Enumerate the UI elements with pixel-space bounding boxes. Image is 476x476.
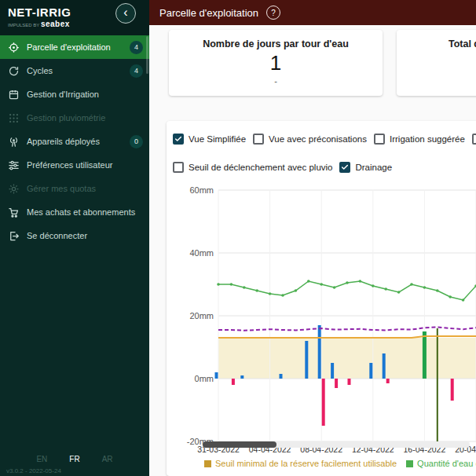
sidebar-item-se-deconnecter[interactable]: Se déconnecter <box>0 224 149 247</box>
chart-scrollbar[interactable] <box>203 441 470 448</box>
y-tick-label: 40mm <box>189 248 214 258</box>
line-marker <box>243 286 246 289</box>
sidebar-scrollbar[interactable] <box>146 36 148 74</box>
checkbox-evapotranspiration[interactable]: Évapotranspiration <box>472 134 476 145</box>
checkbox-label: Irrigation suggérée <box>390 134 465 144</box>
chart-svg: 60mm40mm20mm0mm-20mm31-03-202204-04-2022… <box>173 187 476 457</box>
sidebar-item-label: Se déconnecter <box>27 231 143 240</box>
sidebar-brand: NET-IRRIG IMPULSED BY seabex ‹ <box>0 0 149 35</box>
bar-barres-bleues <box>240 375 243 379</box>
sidebar-item-appareils-deployes[interactable]: Appareils déployés0 <box>0 130 149 153</box>
bar-barres-bleues <box>318 325 321 379</box>
checkbox-box[interactable] <box>253 134 264 145</box>
filter-row-1: Vue SimplifiéeVue avec préconisationsIrr… <box>173 132 476 146</box>
card-title: Total des Précipitations <box>397 38 476 49</box>
line-marker <box>410 283 413 286</box>
cycles-icon <box>8 65 20 77</box>
logout-icon <box>8 230 20 242</box>
chart-panel: Vue SimplifiéeVue avec préconisationsIrr… <box>167 121 476 476</box>
brand-tagline-seabex: seabex <box>41 20 70 28</box>
target-icon <box>8 42 20 53</box>
help-icon[interactable]: ? <box>266 5 280 20</box>
page-title: Parcelle d'exploitation <box>159 7 258 19</box>
sidebar-menu: Parcelle d'exploitation4Cycles4Gestion d… <box>0 35 149 247</box>
stat-card-total-des-precipitations: Total des Précipitations80.0- <box>397 30 476 96</box>
checkbox-label: Vue Simplifiée <box>189 134 246 144</box>
line-marker <box>397 291 401 294</box>
line-marker <box>281 294 284 297</box>
card-sub: - <box>397 76 476 86</box>
sidebar-item-preferences-utilisateur[interactable]: Préférences utilisateur <box>0 153 149 177</box>
line-marker <box>230 283 233 286</box>
sidebar-collapse-button[interactable]: ‹ <box>115 3 136 24</box>
checkbox-irrigation-suggeree[interactable]: Irrigation suggérée <box>374 134 465 145</box>
item-count-badge: 0 <box>130 135 143 148</box>
main-content: Nombre de jours par tour d'eau1-Total de… <box>149 25 476 476</box>
checkbox-drainage[interactable]: Drainage <box>339 162 392 173</box>
language-ar[interactable]: AR <box>102 455 113 463</box>
item-count-badge: 4 <box>130 64 143 78</box>
bar-barre-verte <box>423 331 427 379</box>
line-marker <box>307 280 310 283</box>
legend-label: Seuil minimal de la réserve facilement u… <box>215 459 397 468</box>
line-marker <box>384 287 387 291</box>
legend-swatch <box>204 460 211 467</box>
legend-item-seuil-minimal-de-la-reserve-facilement-utilisable: Seuil minimal de la réserve facilement u… <box>204 459 397 468</box>
checkbox-label: Seuil de déclenchement avec pluvio <box>189 163 332 172</box>
grid-icon <box>8 112 20 124</box>
checkbox-vue-avec-preconisations[interactable]: Vue avec préconisations <box>253 134 367 145</box>
sliders-icon <box>8 159 20 171</box>
line-marker <box>346 281 349 284</box>
checkbox-box[interactable] <box>374 134 385 145</box>
bar-barres-roses <box>322 379 325 426</box>
bar-barres-roses <box>232 379 235 385</box>
stat-card-nombre-de-jours-par-tour-d-eau: Nombre de jours par tour d'eau1- <box>169 30 383 96</box>
sidebar-item-mes-achats-et-abonnements[interactable]: Mes achats et abonnements <box>0 200 149 224</box>
filter-row-2: Seuil de déclenchement avec pluvioDraina… <box>173 160 476 174</box>
checkbox-box[interactable] <box>173 162 184 173</box>
sidebar-item-gestion-pluviometrie[interactable]: Gestion pluviométrie <box>0 106 149 130</box>
checkbox-box[interactable] <box>173 134 184 145</box>
gear-icon <box>8 183 20 195</box>
line-marker <box>359 280 362 283</box>
line-marker <box>372 284 375 287</box>
bar-barres-roses <box>451 379 454 401</box>
antenna-icon <box>8 136 20 148</box>
sidebar-item-label: Parcelle d'exploitation <box>27 42 126 52</box>
sidebar-item-label: Préférences utilisateur <box>27 160 143 170</box>
cart-icon <box>8 207 20 218</box>
brand-tagline-prefix: IMPULSED BY <box>8 23 39 27</box>
sidebar-item-parcelle-d-exploitation[interactable]: Parcelle d'exploitation4 <box>0 35 149 59</box>
bar-barres-bleues <box>280 374 283 379</box>
y-tick-label: 0mm <box>195 374 214 383</box>
checkbox-vue-simplifiee[interactable]: Vue Simplifiée <box>173 134 246 145</box>
chart-scrollbar-thumb[interactable] <box>203 441 276 448</box>
language-fr[interactable]: FR <box>69 455 79 463</box>
legend-swatch <box>406 460 413 467</box>
legend-item-quantite-d-eau-dans-le-sol: Quantité d'eau dans le sol <box>406 459 476 468</box>
calendar-icon <box>8 89 20 101</box>
checkbox-box[interactable] <box>472 134 476 145</box>
card-title: Nombre de jours par tour d'eau <box>169 38 383 49</box>
bar-barres-bleues <box>215 372 218 379</box>
sidebar-item-cycles[interactable]: Cycles4 <box>0 59 149 82</box>
sidebar-item-gerer-mes-quotas[interactable]: Gérer mes quotas <box>0 177 149 200</box>
chart-legend: Seuil minimal de la réserve facilement u… <box>204 459 476 468</box>
chevron-left-icon: ‹ <box>123 6 127 19</box>
sidebar-item-label: Appareils déployés <box>27 137 126 146</box>
line-marker <box>217 283 220 286</box>
checkbox-label: Vue avec préconisations <box>269 134 367 144</box>
line-marker <box>255 289 258 292</box>
checkbox-box[interactable] <box>339 162 350 173</box>
sidebar-item-label: Cycles <box>27 66 126 75</box>
item-count-badge: 4 <box>130 41 143 54</box>
sidebar-item-label: Gestion d'Irrigation <box>27 90 143 99</box>
bar-barres-bleues <box>305 341 308 379</box>
checkbox-seuil-de-declenchement-avec-pluvio[interactable]: Seuil de déclenchement avec pluvio <box>173 162 332 173</box>
bar-barres-roses <box>348 379 351 385</box>
language-en[interactable]: EN <box>36 455 47 463</box>
app-window: NET-IRRIG IMPULSED BY seabex ‹ Parcelle … <box>0 0 476 476</box>
sidebar-item-gestion-d-irrigation[interactable]: Gestion d'Irrigation <box>0 82 149 106</box>
bar-barres-roses <box>386 379 390 383</box>
line-marker <box>333 286 336 289</box>
